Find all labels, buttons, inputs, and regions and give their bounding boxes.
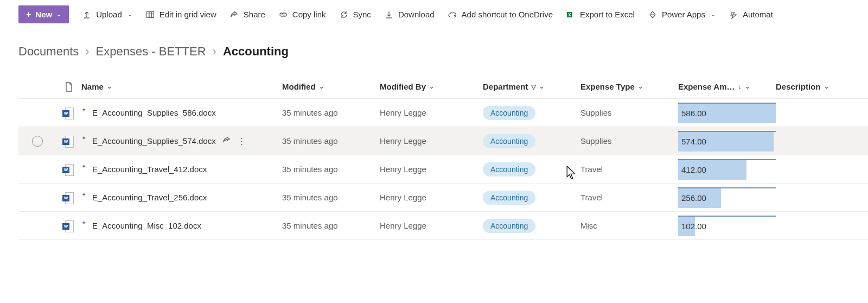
amount-cell: 586.00: [678, 103, 776, 123]
edit-grid-button[interactable]: Edit in grid view: [145, 10, 216, 20]
col-expense-amount[interactable]: Expense Am… ↓ ⌄: [678, 82, 776, 91]
table-row[interactable]: ✦E_Accounting_Travel_412.docx⋮35 minutes…: [18, 155, 868, 184]
col-description[interactable]: Description⌄: [776, 82, 868, 91]
add-shortcut-button[interactable]: Add shortcut to OneDrive: [448, 10, 553, 20]
word-file-icon: [64, 136, 74, 147]
col-expense-type[interactable]: Expense Type⌄: [580, 82, 678, 91]
excel-icon: [566, 10, 576, 20]
row-share-icon[interactable]: [222, 136, 231, 146]
share-button[interactable]: Share: [229, 10, 265, 20]
power-apps-button[interactable]: Power Apps ⌄: [648, 10, 716, 20]
power-apps-icon: [648, 10, 658, 20]
expense-type-cell: Misc: [580, 221, 678, 230]
upload-icon: [82, 10, 92, 20]
amount-cell: 574.00: [678, 131, 776, 152]
department-pill[interactable]: Accounting: [483, 106, 535, 120]
table-row[interactable]: ✦E_Accounting_Misc_102.docx⋮35 minutes a…: [18, 212, 868, 240]
modified-by-cell: Henry Legge: [380, 108, 483, 117]
sync-button[interactable]: Sync: [339, 10, 371, 20]
new-indicator-icon: ✦: [81, 164, 86, 168]
amount-cell: 412.00: [678, 159, 776, 180]
expense-type-cell: Supplies: [580, 136, 678, 146]
new-indicator-icon: ✦: [81, 136, 86, 140]
modified-cell: 35 minutes ago: [282, 193, 380, 202]
link-icon: [278, 10, 288, 20]
amount-cell: 102.00: [678, 216, 776, 236]
new-button[interactable]: + New ⌄: [18, 5, 69, 23]
svg-rect-0: [146, 11, 154, 17]
breadcrumb-root[interactable]: Documents: [18, 45, 79, 59]
word-file-icon: [64, 164, 74, 175]
automate-button[interactable]: Automat: [729, 10, 773, 20]
modified-cell: 35 minutes ago: [282, 165, 380, 174]
command-bar: + New ⌄ Upload ⌄ Edit in grid view Share…: [0, 0, 868, 29]
download-button[interactable]: Download: [384, 10, 435, 20]
breadcrumb-mid[interactable]: Expenses - BETTER: [96, 45, 206, 59]
modified-cell: 35 minutes ago: [282, 136, 380, 146]
department-pill[interactable]: Accounting: [483, 191, 535, 205]
col-name[interactable]: Name⌄: [81, 82, 282, 91]
expense-type-cell: Supplies: [580, 108, 678, 117]
modified-by-cell: Henry Legge: [380, 193, 483, 202]
share-icon: [229, 10, 239, 20]
onedrive-shortcut-icon: [448, 10, 457, 20]
chevron-right-icon: ›: [213, 45, 216, 59]
automate-icon: [729, 10, 738, 20]
grid-icon: [145, 10, 155, 20]
file-name[interactable]: E_Accounting_Misc_102.docx: [92, 221, 201, 230]
copy-link-button[interactable]: Copy link: [278, 10, 326, 20]
sort-desc-icon: ↓: [738, 83, 742, 91]
new-label: New: [35, 10, 52, 19]
file-table: Name⌄ Modified⌄ Modified By⌄ Department …: [18, 75, 868, 240]
breadcrumb: Documents › Expenses - BETTER › Accounti…: [0, 29, 868, 64]
plus-icon: +: [26, 10, 31, 19]
department-pill[interactable]: Accounting: [483, 162, 535, 176]
new-indicator-icon: ✦: [81, 220, 86, 225]
modified-by-cell: Henry Legge: [380, 165, 483, 174]
row-more-icon[interactable]: ⋮: [238, 136, 246, 146]
filetype-column-icon[interactable]: [56, 82, 81, 92]
chevron-right-icon: ›: [85, 45, 89, 59]
sync-icon: [339, 10, 349, 20]
expense-type-cell: Travel: [580, 165, 678, 174]
table-row[interactable]: ✦E_Accounting_Travel_256.docx⋮35 minutes…: [18, 184, 868, 212]
new-indicator-icon: ✦: [81, 108, 86, 112]
chevron-down-icon: ⌄: [711, 11, 716, 18]
amount-cell: 256.00: [678, 187, 776, 208]
chevron-down-icon: ⌄: [56, 11, 61, 18]
file-name[interactable]: E_Accounting_Travel_256.docx: [92, 193, 207, 202]
table-header-row: Name⌄ Modified⌄ Modified By⌄ Department …: [18, 75, 868, 99]
word-file-icon: [64, 192, 74, 203]
col-department[interactable]: Department ▽ ⌄: [483, 82, 580, 91]
chevron-down-icon: ⌄: [127, 11, 132, 18]
upload-button[interactable]: Upload ⌄: [82, 10, 132, 20]
select-radio[interactable]: [32, 136, 43, 147]
word-file-icon: [64, 220, 74, 231]
new-indicator-icon: ✦: [81, 192, 86, 197]
modified-cell: 35 minutes ago: [282, 221, 380, 230]
export-excel-button[interactable]: Export to Excel: [566, 10, 635, 20]
department-pill[interactable]: Accounting: [483, 134, 535, 148]
modified-by-cell: Henry Legge: [380, 136, 483, 146]
modified-cell: 35 minutes ago: [282, 108, 380, 117]
download-icon: [384, 10, 394, 20]
table-row[interactable]: ✦E_Accounting_Supplies_574.docx⋮35 minut…: [18, 127, 868, 155]
file-name[interactable]: E_Accounting_Supplies_586.docx: [92, 108, 216, 117]
col-modified-by[interactable]: Modified By⌄: [380, 82, 483, 91]
filter-icon: ▽: [531, 83, 536, 91]
breadcrumb-current: Accounting: [223, 45, 289, 59]
file-name[interactable]: E_Accounting_Supplies_574.docx: [92, 136, 216, 146]
department-pill[interactable]: Accounting: [483, 219, 535, 233]
word-file-icon: [64, 108, 74, 118]
expense-type-cell: Travel: [580, 193, 678, 202]
table-row[interactable]: ✦E_Accounting_Supplies_586.docx⋮35 minut…: [18, 99, 868, 127]
modified-by-cell: Henry Legge: [380, 221, 483, 230]
file-name[interactable]: E_Accounting_Travel_412.docx: [92, 165, 207, 174]
col-modified[interactable]: Modified⌄: [282, 82, 380, 91]
